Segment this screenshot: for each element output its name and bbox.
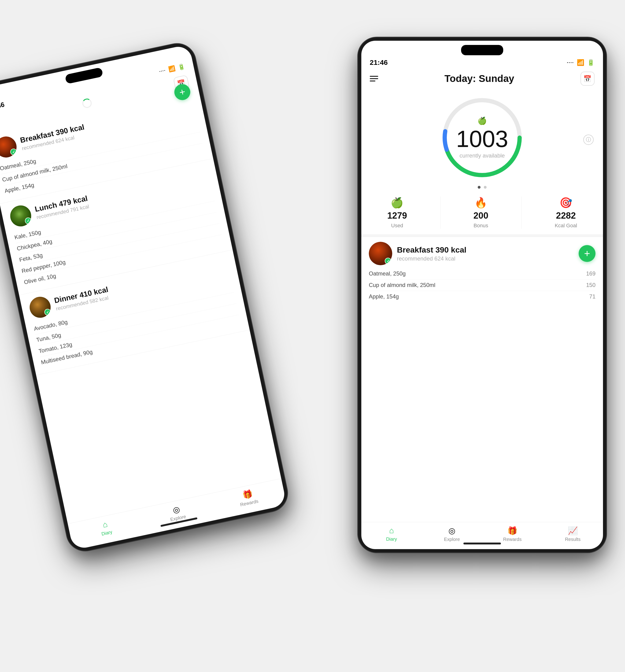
stat-used-label: Used <box>391 223 403 229</box>
phone-left-screen: 21:46 ···· 📶 🔋 📅 <box>0 44 287 550</box>
breakfast-title-right: Breakfast 390 kcal <box>397 245 466 255</box>
lunch-image-left: ✓ <box>8 203 33 229</box>
nav-rewards-right[interactable]: 🎁 Rewards <box>482 526 542 542</box>
dynamic-island-right <box>461 45 503 55</box>
explore-icon-right: ◎ <box>448 526 456 535</box>
explore-label-right: Explore <box>444 537 460 542</box>
status-right-right: ···· 📶 🔋 <box>567 59 595 66</box>
lunch-info-left: Lunch 479 kcal recommended 791 kcal <box>34 194 90 220</box>
dots-right: ···· <box>567 60 574 65</box>
calorie-ring-container: 🍏 1003 currently available <box>438 93 527 182</box>
stat-goal-icon: 🎯 <box>559 197 572 209</box>
diary-icon-left: ⌂ <box>102 520 109 529</box>
stat-bonus-label: Bonus <box>473 223 488 229</box>
list-item: Cup of almond milk, 250ml 150 <box>369 280 596 291</box>
results-icon-right: 📈 <box>568 526 578 535</box>
battery-icon-right: 🔋 <box>587 59 595 66</box>
stat-divider-2 <box>522 197 522 229</box>
breakfast-section-right: ✓ Breakfast 390 kcal recommended 624 kca… <box>361 237 603 522</box>
breakfast-header-right: ✓ Breakfast 390 kcal recommended 624 kca… <box>361 237 603 268</box>
results-label-right: Results <box>565 537 581 542</box>
diary-label-left: Diary <box>101 529 113 537</box>
app-content-right: 21:46 ···· 📶 🔋 Today: Sunday 📅 <box>361 41 603 549</box>
section-divider <box>361 234 603 237</box>
rewards-icon-right: 🎁 <box>507 526 517 535</box>
bottom-nav-right: ⌂ Diary ◎ Explore 🎁 Rewards 📈 Results <box>361 522 603 549</box>
dot-2 <box>484 186 487 189</box>
stat-used-number: 1279 <box>387 211 407 221</box>
item-cal: 169 <box>586 270 596 277</box>
stat-goal-label: Kcal Goal <box>555 223 577 229</box>
diary-icon-right: ⌂ <box>389 526 394 535</box>
stat-apple-icon: 🍏 <box>391 197 403 209</box>
dot-1 <box>478 186 481 189</box>
breakfast-check-right: ✓ <box>385 258 391 264</box>
wifi-icon-left: 📶 <box>168 65 176 73</box>
stat-fire-icon: 🔥 <box>474 197 487 209</box>
dinner-info-left: Dinner 410 kcal recommended 582 kcal <box>53 285 111 312</box>
rewards-icon-left: 🎁 <box>242 489 253 500</box>
stat-bonus: 🔥 200 Bonus <box>473 197 488 229</box>
nav-explore-right[interactable]: ◎ Explore <box>422 526 482 542</box>
list-item: Oatmeal, 250g 169 <box>369 268 596 280</box>
phone-left: 21:46 ···· 📶 🔋 📅 <box>0 40 291 554</box>
ring-center: 🍏 1003 currently available <box>456 116 508 159</box>
stat-goal-number: 2282 <box>556 211 576 221</box>
stat-used: 🍏 1279 Used <box>387 197 407 229</box>
dots-left: ···· <box>159 68 166 74</box>
breakfast-image-right: ✓ <box>369 242 392 265</box>
info-button[interactable]: ⓘ <box>583 135 594 145</box>
pagination-dots <box>478 186 487 189</box>
time-left: 21:46 <box>0 101 5 112</box>
diary-label-right: Diary <box>386 536 397 542</box>
rewards-label-left: Rewards <box>239 498 259 507</box>
rewards-label-right: Rewards <box>503 537 522 542</box>
app-content-left: 21:46 ···· 📶 🔋 📅 <box>0 44 287 550</box>
page-title-right: Today: Sunday <box>444 73 514 84</box>
wifi-icon-right: 📶 <box>577 59 584 66</box>
stat-goal: 🎯 2282 Kcal Goal <box>555 197 577 229</box>
item-cal: 150 <box>586 282 596 288</box>
menu-icon-right[interactable] <box>370 76 378 81</box>
breakfast-items-right: Oatmeal, 250g 169 Cup of almond milk, 25… <box>361 268 603 302</box>
stats-row: 🍏 1279 Used 🔥 200 Bonus 🎯 2282 Kcal Goal <box>361 191 603 234</box>
item-cal: 71 <box>589 293 596 300</box>
battery-icon-left: 🔋 <box>177 63 185 71</box>
item-name: Oatmeal, 250g <box>369 270 406 277</box>
ring-apple-icon: 🍏 <box>456 116 508 125</box>
add-button-left[interactable]: + <box>173 82 192 102</box>
calorie-available-number: 1003 <box>456 127 508 150</box>
loading-spinner <box>82 98 92 109</box>
add-button-right[interactable]: + <box>579 245 596 262</box>
breakfast-recommended-right: recommended 624 kcal <box>397 255 466 262</box>
breakfast-info-right: Breakfast 390 kcal recommended 624 kcal <box>397 245 466 262</box>
phone-right-screen: 21:46 ···· 📶 🔋 Today: Sunday 📅 <box>361 41 603 549</box>
list-item: Apple, 154g 71 <box>369 291 596 302</box>
app-header-right: Today: Sunday 📅 <box>361 69 603 89</box>
stat-bonus-number: 200 <box>473 211 488 221</box>
time-right: 21:46 <box>370 58 388 67</box>
breakfast-plate <box>0 135 19 160</box>
breakfast-header-left-content: ✓ Breakfast 390 kcal recommended 624 kca… <box>369 242 466 265</box>
breakfast-image-left: ✓ <box>0 135 19 160</box>
item-name: Cup of almond milk, 250ml <box>369 282 435 288</box>
dinner-image-left: ✓ <box>28 295 53 320</box>
lunch-plate <box>8 203 33 229</box>
explore-icon-left: ◎ <box>172 504 181 515</box>
home-bar-right <box>463 543 501 545</box>
nav-diary-right[interactable]: ⌂ Diary <box>361 526 422 542</box>
phone-right: 21:46 ···· 📶 🔋 Today: Sunday 📅 <box>358 38 606 552</box>
item-name: Apple, 154g <box>369 293 399 300</box>
calendar-button-right[interactable]: 📅 <box>580 72 595 86</box>
scroll-content-left: ✓ Breakfast 390 kcal recommended 624 kca… <box>0 90 281 524</box>
calorie-available-label: currently available <box>456 152 508 159</box>
calorie-section: ⓘ 🍏 1003 currently available <box>361 89 603 191</box>
dinner-plate <box>28 295 53 320</box>
nav-results-right[interactable]: 📈 Results <box>542 526 603 542</box>
